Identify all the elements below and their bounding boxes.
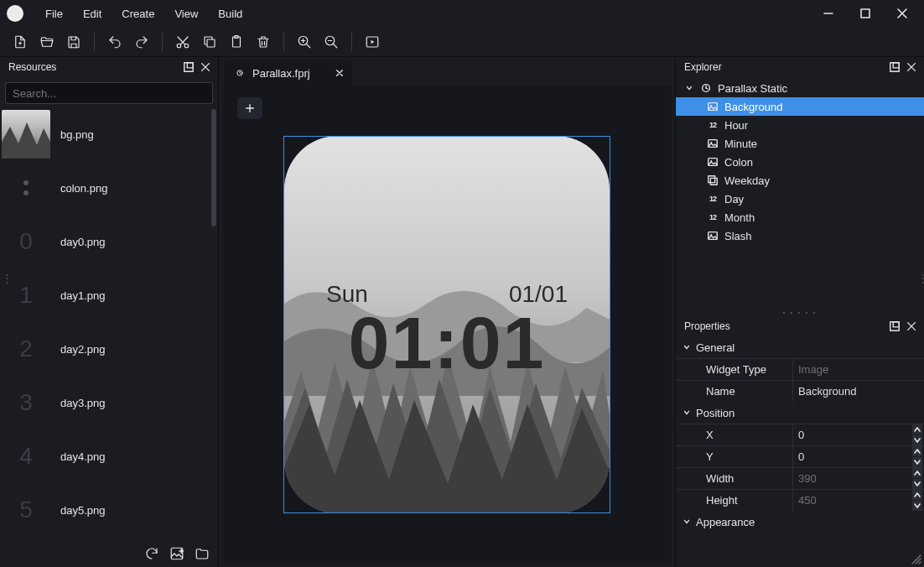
tree-item[interactable]: Weekday xyxy=(676,171,924,190)
menu-create[interactable]: Create xyxy=(113,4,163,23)
tree-item[interactable]: Minute xyxy=(676,134,924,153)
add-widget-button[interactable] xyxy=(237,97,262,119)
undo-button[interactable] xyxy=(103,30,127,54)
prop-input-height[interactable] xyxy=(798,494,919,507)
panel-popout-icon[interactable] xyxy=(183,61,195,73)
window-minimize-button[interactable] xyxy=(813,2,844,25)
toolbar xyxy=(0,27,924,57)
prop-key-name: Name xyxy=(676,381,793,402)
copy-button[interactable] xyxy=(198,30,221,54)
tree-item[interactable]: 12Day xyxy=(676,190,924,208)
watch-icon xyxy=(699,81,713,95)
paste-button[interactable] xyxy=(225,30,248,54)
svg-rect-28 xyxy=(893,322,899,327)
panel-popout-icon[interactable] xyxy=(889,61,901,73)
redo-button[interactable] xyxy=(130,30,153,54)
spinner-height[interactable] xyxy=(912,490,922,511)
prop-input-y[interactable] xyxy=(798,450,919,463)
size-grip-icon[interactable] xyxy=(911,554,922,565)
canvas-area[interactable]: Sun 01/01 01:01 xyxy=(222,86,672,564)
zoom-in-button[interactable] xyxy=(293,30,316,54)
preview-button[interactable] xyxy=(361,30,384,54)
image-icon xyxy=(706,100,719,113)
resource-item[interactable]: 0day0.png xyxy=(0,215,211,268)
new-file-button[interactable] xyxy=(8,30,32,54)
spinner-width[interactable] xyxy=(912,468,922,489)
resource-thumb: 2 xyxy=(2,325,50,373)
panel-close-icon[interactable] xyxy=(906,61,917,73)
window-close-button[interactable] xyxy=(887,2,917,25)
prop-key-widget-type: Widget Type xyxy=(676,359,793,380)
tree-item[interactable]: Colon xyxy=(676,153,924,171)
resource-item[interactable]: 5day5.png xyxy=(0,483,211,537)
prop-group-appearance[interactable]: Appearance xyxy=(676,511,924,533)
resource-item[interactable]: bg.png xyxy=(0,107,211,161)
resources-scrollbar[interactable] xyxy=(211,109,216,226)
zoom-out-button[interactable] xyxy=(319,30,343,54)
prop-input-name[interactable] xyxy=(798,385,919,398)
refresh-icon[interactable] xyxy=(144,546,159,561)
menu-view[interactable]: View xyxy=(166,4,206,23)
prop-val-height[interactable] xyxy=(793,490,924,511)
resource-item[interactable]: 3day3.png xyxy=(0,376,211,429)
svg-rect-24 xyxy=(710,178,717,185)
tab-close-button[interactable] xyxy=(335,67,344,80)
prop-val-y[interactable] xyxy=(793,446,924,467)
chevron-down-icon xyxy=(683,408,691,417)
save-button[interactable] xyxy=(62,30,86,54)
spinner-y[interactable] xyxy=(912,446,922,467)
search-input[interactable] xyxy=(13,87,205,100)
folder-icon[interactable] xyxy=(195,546,210,561)
prop-group-general[interactable]: General xyxy=(676,336,924,358)
resize-handle-left[interactable]: ⋮ xyxy=(2,272,7,295)
panel-divider[interactable]: • • • • • xyxy=(676,308,924,316)
tree-item[interactable]: 12Hour xyxy=(676,116,924,134)
resource-thumb: 3 xyxy=(2,378,50,427)
prop-group-position[interactable]: Position xyxy=(676,402,924,424)
panel-close-icon[interactable] xyxy=(200,61,211,73)
tree-item-label: Month xyxy=(724,211,755,224)
tree-root-row[interactable]: Parallax Static xyxy=(676,79,924,97)
add-image-icon[interactable] xyxy=(169,546,184,561)
explorer-header: Explorer xyxy=(676,57,924,77)
resource-item[interactable]: 2day2.png xyxy=(0,322,211,376)
prop-row-height: Height xyxy=(676,489,924,511)
svg-rect-23 xyxy=(709,176,715,183)
prop-input-width[interactable] xyxy=(798,472,919,485)
cut-button[interactable] xyxy=(171,30,195,54)
resize-handle-right[interactable]: ⋮ xyxy=(917,272,922,295)
spinner-x[interactable] xyxy=(912,424,922,445)
tree-item[interactable]: Slash xyxy=(676,226,924,245)
menu-file[interactable]: File xyxy=(37,4,71,23)
prop-val-name[interactable] xyxy=(793,381,924,402)
prop-row-width: Width xyxy=(676,467,924,489)
resource-thumb: 5 xyxy=(2,486,50,534)
properties-header: Properties xyxy=(676,316,924,336)
image-icon xyxy=(706,229,719,242)
menu-edit[interactable]: Edit xyxy=(75,4,110,23)
tree-item[interactable]: Background xyxy=(676,97,924,116)
prop-input-x[interactable] xyxy=(798,429,919,441)
search-input-wrapper[interactable] xyxy=(5,82,213,104)
resource-item[interactable]: 1day1.png xyxy=(0,268,211,322)
explorer-tree: Parallax Static Background12HourMinuteCo… xyxy=(676,77,924,308)
menu-build[interactable]: Build xyxy=(210,4,251,23)
resource-thumb xyxy=(2,164,50,212)
resource-item[interactable]: colon.png xyxy=(0,161,211,215)
panel-close-icon[interactable] xyxy=(906,320,917,332)
open-file-button[interactable] xyxy=(35,30,59,54)
tree-item[interactable]: 12Month xyxy=(676,208,924,226)
resource-item[interactable]: 4day4.png xyxy=(0,429,211,483)
delete-button[interactable] xyxy=(252,30,275,54)
window-maximize-button[interactable] xyxy=(850,2,880,25)
chevron-down-icon[interactable] xyxy=(684,84,694,92)
editor-tabs: Parallax.fprj xyxy=(219,57,675,86)
panel-popout-icon[interactable] xyxy=(889,320,901,332)
chevron-down-icon xyxy=(683,518,691,526)
prop-val-x[interactable] xyxy=(793,424,924,445)
prop-val-width[interactable] xyxy=(793,468,924,489)
resource-label: day2.png xyxy=(60,343,106,356)
layer-icon xyxy=(706,174,719,187)
tab-parallax[interactable]: Parallax.fprj xyxy=(224,60,352,86)
watchface-selection[interactable]: Sun 01/01 01:01 xyxy=(283,136,610,513)
